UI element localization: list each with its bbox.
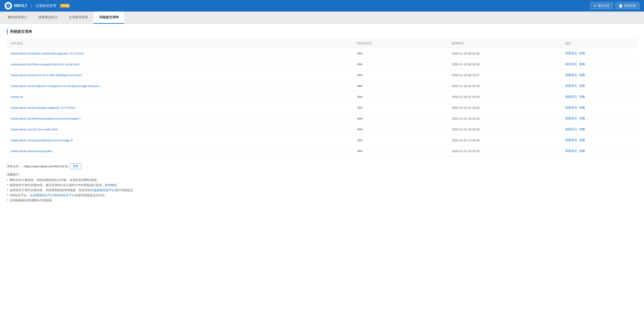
cell-status: 404 — [354, 92, 448, 102]
ignore-button[interactable]: 忽略 — [579, 127, 585, 131]
refresh-status-button[interactable]: 刷新状态 — [565, 127, 577, 131]
warning-item-5: 此死链检测仅检测网站内部链接。 — [7, 198, 637, 202]
logo: W WBOLT — [4, 2, 27, 10]
ignore-button[interactable]: 忽略 — [579, 51, 585, 56]
plugin-home-button[interactable]: ⬇ 插件主页 — [590, 2, 613, 9]
tab-search-stats[interactable]: 搜索推送统计 — [33, 12, 63, 24]
header-right: ⬇ 插件主页 📄 说明文档 — [590, 2, 640, 9]
refresh-status-button[interactable]: 刷新状态 — [565, 106, 577, 110]
list-file-label: 清单文件： — [7, 164, 22, 168]
cell-url: /www.wbolt.com/plugins/dwq/comment-page-… — [7, 135, 354, 146]
url-link[interactable]: /www.wbolt.com/plugins/dwq/comment-page-… — [10, 138, 73, 142]
ignore-button[interactable]: 忽略 — [579, 95, 585, 99]
cell-url: /www.wbolt.com/themes/inpandora/comment-… — [7, 113, 354, 124]
header-left: W WBOLT | 百度推送管理 PRO版 — [4, 2, 70, 10]
table-row: /www.wbolt.com/how-to-easily-flush-dns-c… — [7, 59, 637, 70]
url-link[interactable]: /www.wbolt.com/how-to-easily-flush-dns-c… — [10, 62, 80, 66]
url-link[interactable]: /www.wbolt.com/wordpress-categories-vs-w… — [10, 84, 102, 88]
warning-section: 温馨提示： 网站存在大量死链，将影响网站的站点评级，应及时处理网站死链。 如死链… — [7, 172, 637, 202]
warning-item-4: 360站长平台、头条搜索站长平台和神马站长平台也提供死链提交交支持， — [7, 193, 637, 198]
toutiao-link[interactable]: 头条搜索站长平台 — [30, 194, 54, 197]
cell-url: /www.wbolt.com/baidu-submit-link-upgrade… — [7, 48, 354, 59]
header-divider: | — [31, 4, 32, 8]
refresh-status-button[interactable]: 刷新状态 — [565, 116, 577, 120]
dead-links-table: URL地址 响应码状态 检测时间 操作 /www.wbolt.com/baidu… — [7, 39, 637, 156]
cell-url: /wbolt.rar — [7, 92, 354, 102]
cell-action: 刷新状态忽略 — [562, 59, 637, 70]
table-row: /www.wbolt.com/plugins/dwq/comment-page-… — [7, 135, 637, 146]
doc-icon: 📄 — [619, 4, 622, 8]
url-link[interactable]: /www.wbolt.com/baidu-submit-link-upgrade… — [10, 52, 84, 55]
url-link[interactable]: /www.wbolt.com/10-seo-myths.html — [10, 128, 58, 131]
cell-url: /www.wbolt.com/bsl-plugins-upgrade-v3-4-… — [7, 102, 354, 113]
baidu-resource-link[interactable]: 百度搜索资源平台 — [91, 188, 115, 192]
cell-time: 2020-12-16 01:18:52 — [448, 102, 561, 113]
url-link[interactable]: /www.wbolt.com/themes/inpandora/comment-… — [10, 117, 80, 120]
refresh-status-button[interactable]: 刷新状态 — [565, 73, 577, 77]
cell-url: /www.wbolt.com/how-to-fix-a-403-forbidde… — [7, 70, 354, 80]
cell-status: 404 — [354, 70, 448, 80]
tab-article-list[interactable]: 文章收录清单 — [63, 12, 94, 24]
cell-action: 刷新状态忽略 — [562, 80, 637, 92]
logo-icon: W — [4, 2, 12, 10]
tab-dead-links[interactable]: 死链提交清单 — [94, 12, 124, 24]
refresh-status-button[interactable]: 刷新状态 — [565, 95, 577, 99]
download-icon: ⬇ — [594, 4, 596, 8]
main-content: 死链提交清单 URL地址 响应码状态 检测时间 操作 /www.wbolt.co… — [0, 24, 644, 332]
cell-action: 刷新状态忽略 — [562, 70, 637, 80]
cell-status: 404 — [354, 113, 448, 124]
ignore-button[interactable]: 忽略 — [579, 84, 585, 88]
refresh-status-button[interactable]: 刷新状态 — [565, 84, 577, 88]
ignore-button[interactable]: 忽略 — [579, 62, 585, 66]
col-action: 操作 — [562, 39, 637, 48]
refresh-status-button[interactable]: 刷新状态 — [565, 51, 577, 56]
header: W WBOLT | 百度推送管理 PRO版 ⬇ 插件主页 📄 说明文档 — [0, 0, 644, 12]
url-link[interactable]: /wbolt.rar — [10, 95, 23, 98]
col-url: URL地址 — [7, 39, 354, 48]
cell-action: 刷新状态忽略 — [562, 135, 637, 146]
ignore-button[interactable]: 忽略 — [579, 138, 585, 142]
cell-action: 刷新状态忽略 — [562, 48, 637, 59]
cell-url: /www.wbolt.com/10-seo-myths.html — [7, 124, 354, 135]
cell-time: 2020-12-15 11:00:46 — [448, 135, 561, 146]
table-row: /www.wbolt.com/10-seo-myths.html4042020-… — [7, 124, 637, 135]
cell-action: 刷新状态忽略 — [562, 102, 637, 113]
cell-status: 404 — [354, 48, 448, 59]
cell-url: /www.wbolt.com/xunhupay.html — [7, 146, 354, 156]
table-row: /www.wbolt.com/how-to-fix-a-403-forbidde… — [7, 70, 637, 80]
docs-button[interactable]: 📄 说明文档 — [615, 2, 640, 9]
copy-button[interactable]: 复制 — [70, 164, 81, 169]
cell-status: 404 — [354, 102, 448, 113]
cell-time: 2020-12-16 08:39:27 — [448, 70, 561, 80]
ignore-button[interactable]: 忽略 — [579, 149, 585, 153]
list-file-url: https://www.wbolt.com/404-list.txt — [24, 164, 68, 168]
url-link[interactable]: /www.wbolt.com/bsl-plugins-upgrade-v3-4-… — [10, 106, 75, 110]
ref-tutorial-link[interactable]: 参考教程 — [105, 183, 117, 187]
footer-section: 清单文件： https://www.wbolt.com/404-list.txt… — [7, 164, 637, 202]
ignore-button[interactable]: 忽略 — [579, 73, 585, 77]
cell-time: 2020-12-16 01:52:33 — [448, 80, 561, 92]
url-link[interactable]: /www.wbolt.com/how-to-fix-a-403-forbidde… — [10, 74, 82, 77]
refresh-status-button[interactable]: 刷新状态 — [565, 62, 577, 66]
header-title: 百度推送管理 — [36, 4, 56, 8]
warning-item-1: 网站存在大量死链，将影响网站的站点评级，应及时处理网站死链。 — [7, 178, 637, 182]
table-row: /www.wbolt.com/themes/inpandora/comment-… — [7, 113, 637, 124]
cell-status: 404 — [354, 135, 448, 146]
logo-text: WBOLT — [14, 4, 27, 8]
warning-item-3: 如死链无可替代页面内容，则应复制死链清单链接，然后登录百度搜索资源平台进行死链提… — [7, 188, 637, 192]
cell-time: 2020-12-16 08:48:39 — [448, 59, 561, 70]
cell-url: /www.wbolt.com/wordpress-categories-vs-w… — [7, 80, 354, 92]
cell-action: 刷新状态忽略 — [562, 92, 637, 102]
ignore-button[interactable]: 忽略 — [579, 116, 585, 120]
plugin-home-label: 插件主页 — [598, 4, 610, 8]
tab-overall-stats[interactable]: 整站收录统计 — [2, 12, 33, 24]
cell-action: 刷新状态忽略 — [562, 124, 637, 135]
shenma-link[interactable]: 神马站长平台 — [57, 194, 75, 197]
url-link[interactable]: /www.wbolt.com/xunhupay.html — [10, 150, 52, 153]
cell-time: 2020-12-15 15:22:28 — [448, 113, 561, 124]
ignore-button[interactable]: 忽略 — [579, 106, 585, 110]
cell-action: 刷新状态忽略 — [562, 146, 637, 156]
refresh-status-button[interactable]: 刷新状态 — [565, 149, 577, 153]
table-row: /www.wbolt.com/xunhupay.html4042020-12-1… — [7, 146, 637, 156]
refresh-status-button[interactable]: 刷新状态 — [565, 138, 577, 142]
